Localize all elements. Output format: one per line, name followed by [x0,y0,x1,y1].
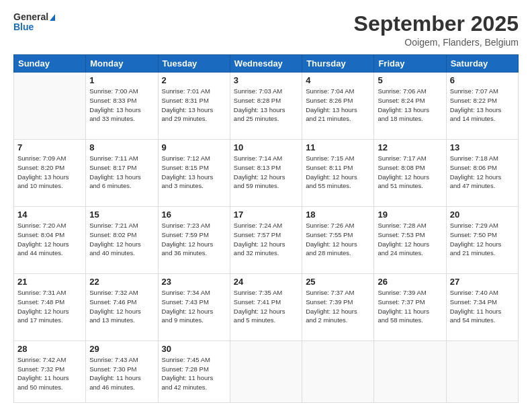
table-row: 28Sunrise: 7:42 AM Sunset: 7:32 PM Dayli… [14,340,86,402]
day-number: 5 [378,75,442,85]
day-number: 13 [450,142,515,152]
day-info: Sunrise: 7:37 AM Sunset: 7:39 PM Dayligh… [306,288,370,325]
table-row: 9Sunrise: 7:12 AM Sunset: 8:15 PM Daylig… [158,140,230,207]
day-number: 17 [234,210,298,220]
table-row: 1Sunrise: 7:00 AM Sunset: 8:33 PM Daylig… [86,73,158,140]
day-number: 1 [89,75,154,85]
page: General Blue September 2025 Ooigem, Flan… [0,0,532,411]
table-row: 18Sunrise: 7:26 AM Sunset: 7:55 PM Dayli… [302,207,374,274]
table-row: 8Sunrise: 7:11 AM Sunset: 8:17 PM Daylig… [86,140,158,207]
day-info: Sunrise: 7:29 AM Sunset: 7:50 PM Dayligh… [450,221,515,258]
day-number: 26 [378,277,442,287]
day-number: 30 [162,344,226,354]
day-info: Sunrise: 7:42 AM Sunset: 7:32 PM Dayligh… [17,355,82,392]
calendar-table: Sunday Monday Tuesday Wednesday Thursday… [13,54,519,403]
table-row: 27Sunrise: 7:40 AM Sunset: 7:34 PM Dayli… [446,274,518,341]
table-row: 6Sunrise: 7:07 AM Sunset: 8:22 PM Daylig… [446,73,518,140]
day-info: Sunrise: 7:09 AM Sunset: 8:20 PM Dayligh… [17,154,82,191]
day-number: 21 [17,277,82,287]
day-info: Sunrise: 7:24 AM Sunset: 7:57 PM Dayligh… [234,221,298,258]
table-row: 7Sunrise: 7:09 AM Sunset: 8:20 PM Daylig… [14,140,86,207]
day-info: Sunrise: 7:26 AM Sunset: 7:55 PM Dayligh… [306,221,370,258]
day-info: Sunrise: 7:15 AM Sunset: 8:11 PM Dayligh… [306,154,370,191]
day-info: Sunrise: 7:18 AM Sunset: 8:06 PM Dayligh… [450,154,515,191]
day-info: Sunrise: 7:11 AM Sunset: 8:17 PM Dayligh… [89,154,154,191]
day-number: 20 [450,210,515,220]
table-row: 5Sunrise: 7:06 AM Sunset: 8:24 PM Daylig… [374,73,446,140]
day-number: 19 [378,210,442,220]
table-row: 17Sunrise: 7:24 AM Sunset: 7:57 PM Dayli… [230,207,302,274]
col-thursday: Thursday [302,55,374,73]
day-info: Sunrise: 7:03 AM Sunset: 8:28 PM Dayligh… [234,87,298,124]
day-info: Sunrise: 7:14 AM Sunset: 8:13 PM Dayligh… [234,154,298,191]
table-row: 16Sunrise: 7:23 AM Sunset: 7:59 PM Dayli… [158,207,230,274]
col-wednesday: Wednesday [230,55,302,73]
day-info: Sunrise: 7:17 AM Sunset: 8:08 PM Dayligh… [378,154,442,191]
col-saturday: Saturday [446,55,518,73]
table-row [302,340,374,402]
day-info: Sunrise: 7:35 AM Sunset: 7:41 PM Dayligh… [234,288,298,325]
day-number: 29 [89,344,154,354]
table-row: 25Sunrise: 7:37 AM Sunset: 7:39 PM Dayli… [302,274,374,341]
table-row [446,340,518,402]
day-info: Sunrise: 7:01 AM Sunset: 8:31 PM Dayligh… [162,87,226,124]
table-row: 26Sunrise: 7:39 AM Sunset: 7:37 PM Dayli… [374,274,446,341]
table-row: 12Sunrise: 7:17 AM Sunset: 8:08 PM Dayli… [374,140,446,207]
table-row: 29Sunrise: 7:43 AM Sunset: 7:30 PM Dayli… [86,340,158,402]
day-number: 12 [378,142,442,152]
day-info: Sunrise: 7:34 AM Sunset: 7:43 PM Dayligh… [162,288,226,325]
calendar-header-row: Sunday Monday Tuesday Wednesday Thursday… [14,55,519,73]
day-number: 23 [162,277,226,287]
day-number: 9 [162,142,226,152]
table-row: 20Sunrise: 7:29 AM Sunset: 7:50 PM Dayli… [446,207,518,274]
table-row: 21Sunrise: 7:31 AM Sunset: 7:48 PM Dayli… [14,274,86,341]
day-info: Sunrise: 7:23 AM Sunset: 7:59 PM Dayligh… [162,221,226,258]
day-info: Sunrise: 7:28 AM Sunset: 7:53 PM Dayligh… [378,221,442,258]
day-info: Sunrise: 7:32 AM Sunset: 7:46 PM Dayligh… [89,288,154,325]
table-row: 19Sunrise: 7:28 AM Sunset: 7:53 PM Dayli… [374,207,446,274]
day-number: 7 [17,142,82,152]
logo-text: General Blue [13,12,55,33]
day-info: Sunrise: 7:43 AM Sunset: 7:30 PM Dayligh… [89,355,154,392]
day-info: Sunrise: 7:06 AM Sunset: 8:24 PM Dayligh… [378,87,442,124]
day-number: 8 [89,142,154,152]
table-row: 2Sunrise: 7:01 AM Sunset: 8:31 PM Daylig… [158,73,230,140]
col-tuesday: Tuesday [158,55,230,73]
day-number: 14 [17,210,82,220]
day-number: 3 [234,75,298,85]
location: Ooigem, Flanders, Belgium [354,37,519,48]
day-number: 10 [234,142,298,152]
col-monday: Monday [86,55,158,73]
day-number: 6 [450,75,515,85]
day-info: Sunrise: 7:21 AM Sunset: 8:02 PM Dayligh… [89,221,154,258]
day-info: Sunrise: 7:40 AM Sunset: 7:34 PM Dayligh… [450,288,515,325]
table-row: 22Sunrise: 7:32 AM Sunset: 7:46 PM Dayli… [86,274,158,341]
day-number: 11 [306,142,370,152]
day-number: 27 [450,277,515,287]
table-row: 4Sunrise: 7:04 AM Sunset: 8:26 PM Daylig… [302,73,374,140]
col-sunday: Sunday [14,55,86,73]
table-row: 13Sunrise: 7:18 AM Sunset: 8:06 PM Dayli… [446,140,518,207]
table-row: 3Sunrise: 7:03 AM Sunset: 8:28 PM Daylig… [230,73,302,140]
logo: General Blue [13,12,55,33]
table-row [230,340,302,402]
day-number: 28 [17,344,82,354]
table-row: 24Sunrise: 7:35 AM Sunset: 7:41 PM Dayli… [230,274,302,341]
day-info: Sunrise: 7:07 AM Sunset: 8:22 PM Dayligh… [450,87,515,124]
day-number: 25 [306,277,370,287]
table-row: 15Sunrise: 7:21 AM Sunset: 8:02 PM Dayli… [86,207,158,274]
day-info: Sunrise: 7:39 AM Sunset: 7:37 PM Dayligh… [378,288,442,325]
table-row: 10Sunrise: 7:14 AM Sunset: 8:13 PM Dayli… [230,140,302,207]
col-friday: Friday [374,55,446,73]
day-number: 2 [162,75,226,85]
day-number: 16 [162,210,226,220]
day-info: Sunrise: 7:12 AM Sunset: 8:15 PM Dayligh… [162,154,226,191]
table-row: 14Sunrise: 7:20 AM Sunset: 8:04 PM Dayli… [14,207,86,274]
table-row: 30Sunrise: 7:45 AM Sunset: 7:28 PM Dayli… [158,340,230,402]
table-row [374,340,446,402]
day-info: Sunrise: 7:04 AM Sunset: 8:26 PM Dayligh… [306,87,370,124]
header: General Blue September 2025 Ooigem, Flan… [13,12,519,48]
day-info: Sunrise: 7:31 AM Sunset: 7:48 PM Dayligh… [17,288,82,325]
table-row: 23Sunrise: 7:34 AM Sunset: 7:43 PM Dayli… [158,274,230,341]
table-row [14,73,86,140]
